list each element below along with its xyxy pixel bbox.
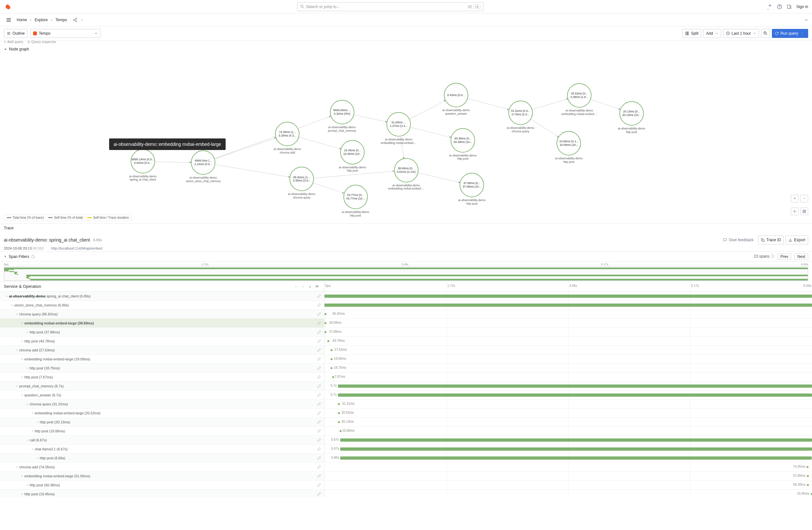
graph-node[interactable]: 20.13ms (0...20.13ms (10... — [620, 101, 644, 126]
split-button[interactable]: Split — [682, 29, 701, 38]
span-bar[interactable] — [340, 438, 812, 442]
expand-toggle[interactable] — [30, 429, 35, 433]
span-name[interactable]: chat llama3.1 (6.67s) — [35, 447, 316, 451]
span-row[interactable]: call (6.67s)5.67s — [0, 435, 812, 445]
add-button[interactable]: Add — [703, 29, 721, 38]
expand-toggle[interactable] — [20, 492, 24, 496]
menu-toggle[interactable] — [4, 15, 14, 25]
news-icon[interactable] — [787, 4, 792, 9]
graph-node[interactable]: 38.69ms (0...0.81ms (2.1%) — [394, 158, 419, 182]
expand-toggle[interactable] — [10, 303, 14, 307]
span-name[interactable]: chroma query (31.31ms) — [30, 402, 316, 406]
graph-node[interactable]: 43.77ms (0...43.77ms (10... — [344, 185, 368, 209]
span-row[interactable]: embedding mxbai-embed-large (19.09ms)19.… — [0, 354, 812, 364]
span-row[interactable]: chat llama3.1 (6.67s)5.67s — [0, 445, 812, 454]
expand-one-icon[interactable] — [300, 283, 306, 290]
link-icon[interactable] — [316, 411, 322, 415]
span-name[interactable]: embedding mxbai-embed-large (20.52ms) — [35, 411, 316, 415]
link-icon[interactable] — [316, 321, 322, 325]
span-name[interactable]: chroma add (74.35ms) — [19, 465, 316, 469]
chevron-right-icon[interactable] — [4, 255, 7, 258]
expand-toggle[interactable] — [4, 294, 9, 298]
expand-toggle[interactable] — [25, 402, 30, 406]
expand-toggle[interactable] — [30, 447, 35, 451]
expand-all-icon[interactable]: » — [307, 283, 313, 290]
expand-toggle[interactable] — [35, 420, 40, 424]
span-row[interactable]: question_answer (6.7s)5.7s — [0, 391, 812, 400]
link-icon[interactable] — [316, 420, 322, 424]
link-icon[interactable] — [316, 465, 322, 469]
span-name[interactable]: http post (6.66s) — [40, 456, 316, 460]
span-name[interactable]: http post (10.06ms) — [35, 429, 316, 433]
expand-toggle[interactable] — [25, 438, 30, 442]
span-name[interactable]: http post (18.75ms) — [30, 366, 316, 370]
expand-deepest-icon[interactable]: ≫ — [314, 283, 320, 290]
span-name[interactable]: http post (50.38ms) — [30, 483, 316, 487]
link-icon[interactable] — [316, 402, 322, 406]
link-icon[interactable] — [316, 393, 322, 397]
graph-node[interactable]: 0.42ms (0.0... — [444, 83, 468, 107]
node-graph-canvas[interactable]: ai-observability-demo::embedding mxbai-e… — [0, 53, 812, 224]
query-inspector-button[interactable]: ⊙ Query inspector — [27, 40, 57, 44]
span-name[interactable]: http post (37.88ms) — [30, 330, 316, 334]
expand-toggle[interactable] — [35, 456, 40, 460]
span-row[interactable]: http post (19.45ms)19.45ms — [0, 489, 812, 497]
span-row[interactable]: vector_store_chat_memory (6.89s) — [0, 301, 812, 310]
span-name[interactable]: http post (7.67ms) — [24, 375, 316, 379]
link-icon[interactable] — [316, 339, 322, 343]
span-name[interactable]: ai-observability-demo spring_ai chat_cli… — [9, 294, 316, 298]
time-range-button[interactable]: Last 1 hour — [723, 29, 759, 38]
graph-node[interactable]: 19.45ms (0...19.45ms (10... — [340, 140, 365, 165]
span-bar[interactable] — [324, 304, 812, 307]
span-name[interactable]: question_answer (6.7s) — [24, 393, 316, 397]
link-icon[interactable] — [316, 429, 322, 433]
span-row[interactable]: chroma query (31.31ms)31.31ms — [0, 400, 812, 408]
link-icon[interactable] — [316, 483, 322, 487]
graph-node[interactable]: 10.06ms (0.1...10.06ms (10... — [556, 131, 581, 155]
link-icon[interactable] — [316, 438, 322, 442]
info-icon[interactable]: ⓘ — [771, 254, 774, 259]
info-icon[interactable] — [31, 255, 35, 259]
span-name[interactable]: chroma add (27.63ms) — [19, 348, 316, 352]
graph-node[interactable]: 6699.55ms ...0.32ms (0%) — [330, 100, 354, 124]
span-name[interactable]: http post (19.45ms) — [24, 492, 316, 496]
grid-icon[interactable] — [800, 208, 808, 215]
graph-node[interactable]: 85.82ms (1...3.35ms (3.9... — [290, 167, 314, 191]
graph-node[interactable]: 74.35ms (1...3.25ms (4.3... — [275, 122, 300, 146]
graph-node[interactable]: 51.65ms ...1.27ms (2.4... — [387, 112, 411, 137]
trace-minimap[interactable]: 0μs1.72s3.45s5.17s6.89s — [0, 262, 812, 281]
chevron-down-icon[interactable] — [80, 18, 84, 22]
span-row[interactable]: embedding mxbai-embed-large (51.65ms)51.… — [0, 472, 812, 480]
span-bar[interactable] — [324, 295, 812, 298]
node-graph-header[interactable]: Node graph — [0, 45, 812, 53]
span-name[interactable]: vector_store_chat_memory (6.89s) — [14, 303, 316, 307]
link-icon[interactable] — [316, 456, 322, 460]
graph-node[interactable]: 6889.5ms (...2.15ms (0.0... — [191, 150, 215, 175]
signin-link[interactable]: Sign in — [796, 4, 808, 9]
span-row[interactable]: http post (10.06ms)10.06ms — [0, 427, 812, 435]
span-row[interactable]: embedding mxbai-embed-large (38.69ms)38.… — [0, 319, 812, 327]
trace-id-button[interactable]: Trace ID — [758, 235, 784, 245]
span-filters-label[interactable]: Span Filters — [9, 254, 29, 259]
span-bar[interactable] — [338, 385, 812, 388]
span-name[interactable]: embedding mxbai-embed-large (38.69ms) — [24, 321, 316, 325]
collapse-icon[interactable] — [802, 16, 810, 24]
bc-home[interactable]: Home — [16, 16, 28, 24]
expand-toggle[interactable] — [25, 483, 30, 487]
link-icon[interactable] — [316, 312, 322, 316]
span-row[interactable]: http post (37.88ms)37.88ms — [0, 327, 812, 337]
prev-button[interactable]: Prev — [778, 253, 792, 260]
span-row[interactable]: http post (18.75ms)18.75ms — [0, 364, 812, 373]
graph-node[interactable]: 20.52ms (0...0.38ms (1.8... — [567, 83, 592, 108]
layout-icon[interactable] — [791, 208, 798, 215]
link-icon[interactable] — [316, 474, 322, 478]
expand-toggle[interactable] — [15, 384, 19, 388]
span-row[interactable]: http post (43.78ms)43.78ms — [0, 337, 812, 346]
link-icon[interactable] — [316, 303, 322, 307]
link-icon[interactable] — [316, 357, 322, 361]
expand-toggle[interactable] — [15, 312, 19, 316]
link-icon[interactable] — [316, 492, 322, 496]
span-name[interactable]: embedding mxbai-embed-large (51.65ms) — [24, 474, 316, 478]
span-row[interactable]: chroma add (27.63ms)27.63ms — [0, 346, 812, 354]
expand-toggle[interactable] — [20, 474, 24, 478]
